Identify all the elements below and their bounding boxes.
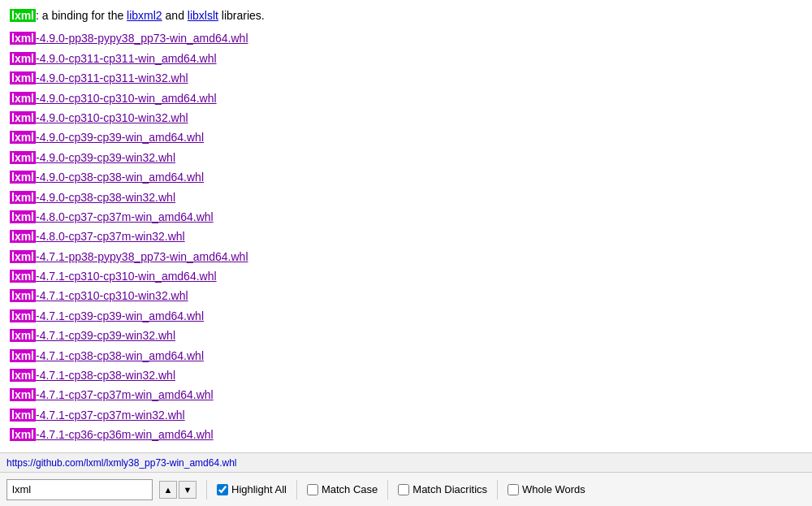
prev-button[interactable]: ▲ [159, 481, 177, 499]
lxml-highlight: lxml [10, 92, 36, 105]
match-case-checkbox[interactable] [307, 484, 318, 495]
intro-suffix: libraries. [218, 9, 265, 22]
list-item: lxml-4.9.0-pp38-pypy38_pp73-win_amd64.wh… [10, 29, 802, 47]
list-item: lxml-4.7.1-cp36-cp36m-win_amd64.whl [10, 426, 802, 443]
list-item: lxml-4.9.0-cp39-cp39-win32.whl [10, 149, 802, 167]
intro-and: and [162, 9, 188, 22]
lxml-highlight: lxml [10, 250, 36, 263]
file-list: lxml-4.9.0-pp38-pypy38_pp73-win_amd64.wh… [10, 29, 802, 443]
divider-1 [206, 480, 207, 500]
lxml-highlight: lxml [10, 369, 36, 382]
list-item: lxml-4.7.1-cp38-cp38-win_amd64.whl [10, 347, 802, 365]
lxml-highlight: lxml [10, 32, 36, 45]
file-link[interactable]: -4.7.1-pp38-pypy38_pp73-win_amd64.whl [36, 250, 248, 263]
divider-4 [497, 480, 498, 500]
list-item: lxml-4.7.1-cp310-cp310-win32.whl [10, 287, 802, 305]
list-item: lxml-4.7.1-cp37-cp37m-win32.whl [10, 406, 802, 424]
file-link[interactable]: -4.7.1-cp37-cp37m-win_amd64.whl [36, 388, 214, 401]
lxml-highlight-intro: lxml [10, 9, 36, 22]
search-input[interactable] [6, 479, 153, 500]
nav-buttons: ▲ ▼ [159, 481, 197, 499]
lxml-highlight: lxml [10, 428, 36, 441]
file-link[interactable]: -4.9.0-cp39-cp39-win_amd64.whl [36, 131, 204, 144]
file-link[interactable]: -4.8.0-cp37-cp37m-win_amd64.whl [36, 210, 214, 223]
list-item: lxml-4.9.0-cp310-cp310-win_amd64.whl [10, 89, 802, 107]
file-link[interactable]: -4.9.0-cp310-cp310-win32.whl [36, 111, 188, 124]
lxml-highlight: lxml [10, 111, 36, 124]
file-link[interactable]: -4.7.1-cp39-cp39-win_amd64.whl [36, 309, 204, 322]
file-link[interactable]: -4.9.0-cp311-cp311-win32.whl [36, 71, 188, 84]
intro-middle: : a binding for the [36, 9, 127, 22]
lxml-highlight: lxml [10, 309, 36, 322]
lxml-highlight: lxml [10, 270, 36, 283]
file-link[interactable]: -4.7.1-cp38-cp38-win32.whl [36, 369, 175, 382]
file-link[interactable]: -4.9.0-cp39-cp39-win32.whl [36, 151, 175, 164]
file-link[interactable]: -4.9.0-cp38-cp38-win_amd64.whl [36, 171, 204, 184]
file-link[interactable]: -4.9.0-cp310-cp310-win_amd64.whl [36, 92, 217, 105]
lxml-highlight: lxml [10, 388, 36, 401]
list-item: lxml-4.9.0-cp311-cp311-win32.whl [10, 69, 802, 87]
list-item: lxml-4.9.0-cp311-cp311-win_amd64.whl [10, 50, 802, 67]
bottom-toolbar: ▲ ▼ Highlight All Match Case Match Diacr… [0, 472, 812, 506]
match-diacritics-checkbox[interactable] [398, 484, 409, 495]
list-item: lxml-4.9.0-cp39-cp39-win_amd64.whl [10, 128, 802, 146]
status-url[interactable]: https://github.com/lxml/lxml [6, 457, 123, 469]
list-item: lxml-4.7.1-cp38-cp38-win32.whl [10, 366, 802, 384]
list-item: lxml-4.9.0-cp38-cp38-win32.whl [10, 188, 802, 206]
main-content: lxml: a binding for the libxml2 and libx… [0, 0, 812, 452]
highlight-all-label: Highlight All [231, 483, 287, 495]
lxml-highlight: lxml [10, 409, 36, 422]
file-link[interactable]: -4.9.0-cp311-cp311-win_amd64.whl [36, 52, 217, 65]
lxml-highlight: lxml [10, 329, 36, 342]
match-case-option[interactable]: Match Case [307, 483, 378, 495]
libxml2-link[interactable]: libxml2 [127, 9, 162, 22]
match-diacritics-label: Match Diacritics [412, 483, 487, 495]
list-item: lxml-4.9.0-cp38-cp38-win_amd64.whl [10, 168, 802, 186]
highlight-all-option[interactable]: Highlight All [217, 483, 287, 495]
list-item: lxml-4.7.1-cp310-cp310-win_amd64.whl [10, 267, 802, 285]
list-item: lxml-4.7.1-pp38-pypy38_pp73-win_amd64.wh… [10, 248, 802, 266]
whole-words-option[interactable]: Whole Words [508, 483, 585, 495]
lxml-highlight: lxml [10, 131, 36, 144]
lxml-highlight: lxml [10, 151, 36, 164]
list-item: lxml-4.8.0-cp37-cp37m-win32.whl [10, 227, 802, 245]
libxlslt-link[interactable]: libxlslt [188, 9, 218, 22]
file-link[interactable]: -4.7.1-cp38-cp38-win_amd64.whl [36, 349, 204, 362]
file-link[interactable]: -4.7.1-cp310-cp310-win32.whl [36, 289, 188, 302]
list-item: lxml-4.8.0-cp37-cp37m-win_amd64.whl [10, 208, 802, 226]
file-link[interactable]: -4.8.0-cp37-cp37m-win32.whl [36, 230, 185, 243]
file-link[interactable]: -4.9.0-pp38-pypy38_pp73-win_amd64.whl [36, 32, 248, 45]
partial-line: y38_pp73-win_amd64.whl [123, 457, 236, 469]
next-button[interactable]: ▼ [179, 481, 197, 499]
lxml-highlight: lxml [10, 52, 36, 65]
whole-words-label: Whole Words [522, 483, 585, 495]
match-diacritics-option[interactable]: Match Diacritics [398, 483, 487, 495]
list-item: lxml-4.9.0-cp310-cp310-win32.whl [10, 109, 802, 127]
lxml-highlight: lxml [10, 289, 36, 302]
lxml-highlight: lxml [10, 71, 36, 84]
list-item: lxml-4.7.1-cp39-cp39-win_amd64.whl [10, 307, 802, 325]
lxml-highlight: lxml [10, 191, 36, 204]
lxml-highlight: lxml [10, 171, 36, 184]
highlight-all-checkbox[interactable] [217, 484, 228, 495]
file-link[interactable]: -4.7.1-cp39-cp39-win32.whl [36, 329, 175, 342]
intro-line: lxml: a binding for the libxml2 and libx… [10, 6, 802, 24]
file-link[interactable]: -4.7.1-cp310-cp310-win_amd64.whl [36, 270, 217, 283]
list-item: lxml-4.7.1-cp39-cp39-win32.whl [10, 327, 802, 344]
file-link[interactable]: -4.7.1-cp36-cp36m-win_amd64.whl [36, 428, 214, 441]
divider-3 [387, 480, 388, 500]
status-bar: https://github.com/lxml/lxml y38_pp73-wi… [0, 452, 812, 472]
lxml-highlight: lxml [10, 349, 36, 362]
file-link[interactable]: -4.7.1-cp37-cp37m-win32.whl [36, 409, 185, 422]
list-item: lxml-4.7.1-cp37-cp37m-win_amd64.whl [10, 386, 802, 404]
match-case-label: Match Case [322, 483, 378, 495]
file-link[interactable]: -4.9.0-cp38-cp38-win32.whl [36, 191, 175, 204]
divider-2 [296, 480, 297, 500]
lxml-highlight: lxml [10, 210, 36, 223]
lxml-highlight: lxml [10, 230, 36, 243]
whole-words-checkbox[interactable] [508, 484, 519, 495]
